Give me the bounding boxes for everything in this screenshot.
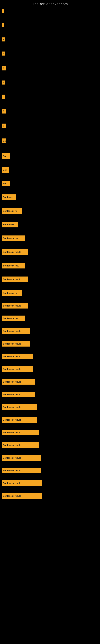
bar-label: F [3,38,4,41]
bar-row [2,23,100,27]
bar-row: Bottleneck result [2,404,100,410]
bar-label: F [3,96,4,98]
bar: Bottleneck result [2,442,39,448]
bar: Bottleneck re [2,290,22,296]
bar-row: Bottlenec [2,194,100,200]
bar: Bottleneck result [2,430,39,435]
bar-row: Bottleneck re [2,290,100,296]
site-title: TheBottlenecker.com [0,0,100,7]
bar [2,23,3,27]
bar: Bottleneck result [2,404,37,410]
bar-label: Bottleneck re [3,210,17,212]
bar-row: Bottleneck result [2,303,100,308]
bar: Bottleneck result [2,341,30,346]
bar-label: Bottleneck result [3,368,21,370]
bar-row: Bottleneck resu [2,316,100,321]
bar-row: Bottleneck result [2,341,100,346]
bar-label: F [3,81,4,84]
bar-label: Bottleneck result [3,330,21,332]
bar-label: Bottleneck resu [3,237,19,240]
bar-row: Bottleneck result [2,417,100,422]
bar: Bottleneck resu [2,316,25,321]
bar-label: Bottleneck result [3,431,21,434]
bar: Bottleneck result [2,455,41,461]
bar-row: Bottleneck resu [2,236,100,241]
bar: Bot [2,167,9,173]
bar-label: Bottleneck resu [3,264,19,267]
bar: Bottleneck re [2,208,22,214]
bar-label: Bottleneck result [3,304,21,307]
bar-row: Bottleneck result [2,276,100,282]
bar-label: Bottleneck result [3,406,21,408]
bar-row: Bottleneck result [2,455,100,461]
bar-row: Bottleneck result [2,468,100,473]
bar-label: Bottlenec [3,196,13,198]
bar-label: Bottleneck result [3,251,21,253]
bar: Bottleneck result [2,303,28,308]
bar-label: Bottleneck result [3,495,21,497]
bar-label: B [3,125,4,127]
bar-label: F [3,52,4,55]
bar-label: Bottleneck re [3,292,17,294]
bar-row: Bottleneck result [2,392,100,397]
bar: F [2,52,5,56]
bar-label: Bo [3,140,6,142]
bar: Bott [2,153,10,159]
bar: Bottleneck result [2,392,35,397]
bar: Bottleneck result [2,480,42,486]
bar-row: Bott [2,153,100,159]
bar-label: Bottleneck result [3,469,21,472]
bar-label: B [3,67,4,69]
bar-row: F [2,80,100,84]
bar: Bottleneck resu [2,236,25,241]
bar: Bottleneck result [2,379,35,384]
bar-row: Bottleneck result [2,442,100,448]
bar: Bottleneck resu [2,263,25,268]
bar-row: F [2,38,100,42]
bar-label: Bottleneck result [3,444,21,446]
bar-label: Bott [3,182,7,185]
bar-row: Bottleneck result [2,366,100,372]
bar: Bottleneck result [2,328,30,334]
bar: Bottleneck result [2,354,33,359]
bar-label: Bottleneck result [3,380,21,383]
bar: Bottleneck result [2,468,41,473]
bar: B [2,109,6,114]
bar-row: Bottleneck result [2,354,100,359]
bar-row: B [2,109,100,114]
bar: Bottleneck result [2,493,42,499]
bar: Bott [2,181,10,186]
bar-label: Bottleneck result [3,457,21,459]
bar-row: Bottleneck re [2,208,100,214]
bar: Bottleneck result [2,276,28,282]
bar-label: Bottleneck resu [3,317,19,320]
bar: F [2,80,5,84]
bar-row: Bottleneck resu [2,263,100,268]
bar: F [2,94,5,98]
bar: F [2,38,5,42]
bar-row: Bott [2,181,100,186]
bar-label: Bottleneck result [3,355,21,358]
bar-row: Bot [2,167,100,173]
bar-label: Bot [3,169,6,171]
bar-label: Bottleneck result [3,342,21,345]
bar-row: Bottleneck result [2,379,100,384]
bar-label: Bottleneck result [3,418,21,421]
bar-row: Bottleneck [2,222,100,228]
bar: Bottlenec [2,194,16,200]
bar-label: Bottleneck [3,224,14,226]
bar-row: Bottleneck result [2,249,100,255]
bar: B [2,66,6,70]
bar-row [2,9,100,13]
bar: Bo [2,138,6,143]
bar-label: Bottleneck result [3,393,21,396]
bar-row: F [2,94,100,98]
bar-row: B [2,66,100,70]
bar-row: Bottleneck result [2,480,100,486]
bar-row: B [2,124,100,128]
bar-label: Bott [3,155,7,158]
bar-label: B [3,110,4,112]
bar: B [2,124,6,128]
bars-container: FFBFFBBBoBottBotBottBottlenecBottleneck … [0,7,100,506]
bar-row: Bottleneck result [2,328,100,334]
